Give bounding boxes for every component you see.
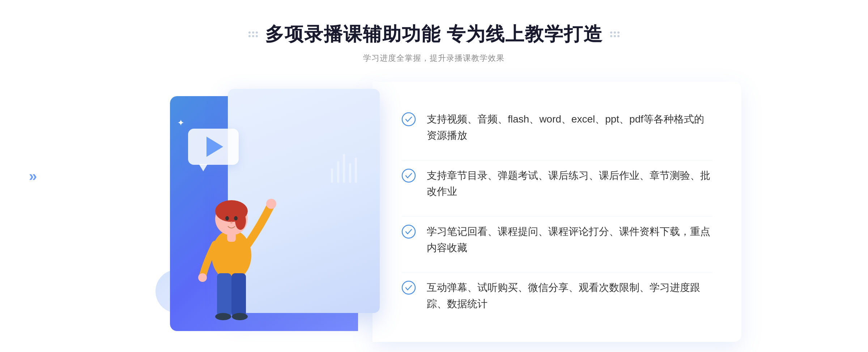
- svg-rect-9: [217, 273, 231, 317]
- check-icon-2: [401, 168, 416, 183]
- header-section: 多项录播课辅助功能 专为线上教学打造 学习进度全掌握，提升录播课教学效果: [248, 22, 620, 64]
- chevrons-decoration: »: [29, 168, 37, 184]
- svg-point-11: [215, 313, 231, 320]
- feature-item-3: 学习笔记回看、课程提问、课程评论打分、课件资料下载，重点内容收藏: [401, 216, 712, 263]
- feature-text-2: 支持章节目录、弹题考试、课后练习、课后作业、章节测验、批改作业: [427, 168, 712, 200]
- feature-item-2: 支持章节目录、弹题考试、课后练习、课后作业、章节测验、批改作业: [401, 160, 712, 207]
- svg-point-17: [402, 281, 415, 294]
- svg-point-8: [198, 273, 207, 282]
- feature-text-3: 学习笔记回看、课程提问、课程评论打分、课件资料下载，重点内容收藏: [427, 224, 712, 256]
- svg-point-3: [235, 212, 246, 230]
- features-panel: 支持视频、音频、flash、word、excel、ppt、pdf等各种格式的资源…: [373, 82, 741, 342]
- feature-text-4: 互动弹幕、试听购买、微信分享、观看次数限制、学习进度跟踪、数据统计: [427, 280, 712, 312]
- character-illustration: [184, 161, 278, 342]
- svg-point-5: [234, 216, 238, 220]
- svg-point-14: [402, 113, 415, 126]
- column-lines-decoration: [330, 154, 358, 183]
- play-area: [188, 129, 239, 165]
- speech-bubble: [188, 129, 239, 165]
- title-row: 多项录播课辅助功能 专为线上教学打造: [248, 22, 620, 47]
- svg-rect-10: [231, 273, 246, 317]
- svg-rect-13: [227, 233, 236, 242]
- page-title: 多项录播课辅助功能 专为线上教学打造: [265, 22, 603, 47]
- content-area: ✦: [127, 82, 741, 342]
- check-icon-4: [401, 280, 416, 295]
- svg-point-16: [402, 225, 415, 238]
- svg-point-7: [266, 199, 276, 209]
- feature-item-1: 支持视频、音频、flash、word、excel、ppt、pdf等各种格式的资源…: [401, 104, 712, 151]
- page-container: » 多项录播课辅助功能 专为线上教学打造 学习进度全掌握，提升录播课教学效果: [0, 0, 868, 352]
- svg-point-4: [225, 216, 229, 220]
- illustration-area: ✦: [127, 82, 373, 342]
- title-dots-left: [248, 31, 258, 37]
- page-subtitle: 学习进度全掌握，提升录播课教学效果: [363, 53, 505, 64]
- play-icon: [207, 137, 223, 157]
- svg-point-15: [402, 169, 415, 182]
- check-icon-3: [401, 224, 416, 239]
- check-icon-1: [401, 112, 416, 126]
- feature-item-4: 互动弹幕、试听购买、微信分享、观看次数限制、学习进度跟踪、数据统计: [401, 272, 712, 319]
- title-dots-right: [610, 31, 620, 37]
- feature-text-1: 支持视频、音频、flash、word、excel、ppt、pdf等各种格式的资源…: [427, 111, 712, 144]
- svg-point-6: [230, 222, 233, 224]
- star-decoration: ✦: [177, 118, 184, 128]
- svg-point-12: [232, 313, 248, 320]
